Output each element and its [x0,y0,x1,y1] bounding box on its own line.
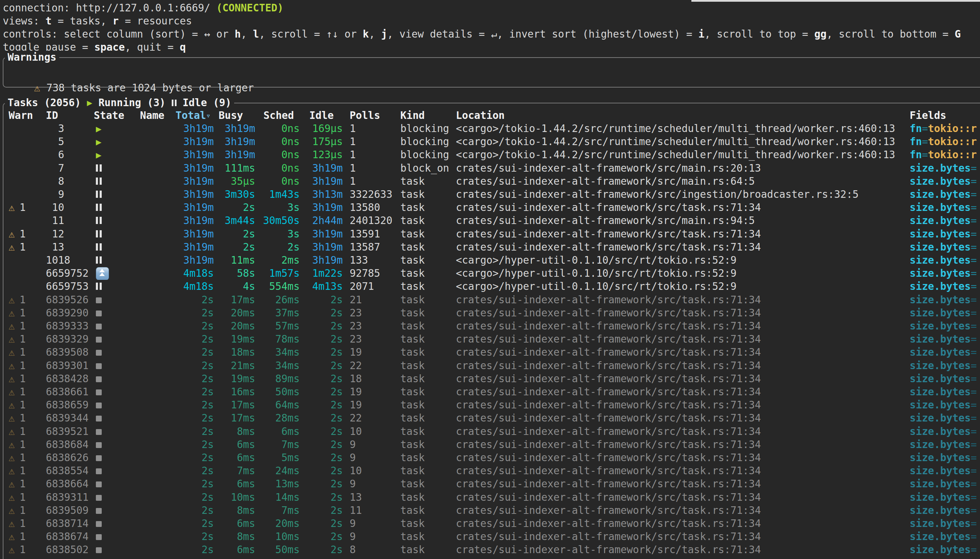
key-hint: h [235,28,241,40]
task-row[interactable]: ⚠168392902s20ms37ms2s23taskcrates/sui-in… [0,306,980,319]
task-row[interactable]: ⚠168386842s6ms7ms2s9taskcrates/sui-index… [0,438,980,451]
idle-duration: 3h19m [294,254,343,267]
task-row[interactable]: ⚠168393442s17ms28ms2s22taskcrates/sui-in… [0,412,980,425]
key-hint: l [253,28,259,40]
warn-cell: ⚠1 [8,241,46,254]
task-row[interactable]: ⚠168395082s18ms34ms2s19taskcrates/sui-in… [0,346,980,359]
task-row[interactable]: ⚠168385022s6ms50ms2s8taskcrates/sui-inde… [0,543,980,556]
task-row[interactable]: 5▶3h19m3h19m0ns175µs1blocking<cargo>/tok… [0,135,980,148]
busy-duration: 6ms [206,438,255,451]
column-header-kind[interactable]: Kind [401,109,425,122]
idle-duration: 123µs [294,148,343,161]
column-header-location[interactable]: Location [456,109,505,122]
task-row[interactable]: ⚠168395092s8ms7ms2s11taskcrates/sui-inde… [0,504,980,517]
sched-duration: 89ms [251,372,300,385]
state-cell [94,319,141,332]
task-kind: task [401,319,455,332]
state-cell [94,385,141,399]
state-cell [94,214,141,227]
column-header-sched[interactable]: Sched [263,109,294,122]
state-cell [94,425,141,438]
task-row[interactable]: 10183h19m11ms2ms3h19m133task<cargo>/hype… [0,254,980,267]
field-segment: = [971,491,977,503]
busy-duration: 3h19m [206,148,255,161]
state-cell [94,412,141,425]
column-header-idle[interactable]: Idle [309,109,334,122]
warn-cell: ⚠1 [8,399,46,412]
task-row[interactable]: ⚠1 133h19m2s2s3h19m13587taskcrates/sui-i… [0,241,980,254]
task-row[interactable]: ⚠168386742s8ms10ms2s9taskcrates/sui-inde… [0,530,980,543]
task-row[interactable]: ⚠168387142s6ms20ms2s9taskcrates/sui-inde… [0,517,980,530]
column-header-polls[interactable]: Polls [350,109,380,122]
task-kind: task [401,477,455,490]
task-row[interactable]: ⚠168393112s10ms14ms2s13taskcrates/sui-in… [0,491,980,504]
task-row[interactable]: ⚠1 103h19m2s3s3h19m13580taskcrates/sui-i… [0,201,980,214]
task-location: crates/sui-indexer-alt-framework/src/tas… [456,332,908,346]
task-row[interactable]: ⚠168386642s6ms13ms2s9taskcrates/sui-inde… [0,477,980,490]
completed-icon [96,350,102,356]
sched-duration: 20ms [251,517,300,530]
column-header-total[interactable]: Total▿ [175,109,211,122]
task-fields: size.bytes= [910,530,980,543]
warning-icon: ⚠ [8,386,15,398]
task-row[interactable]: ⚠168384282s19ms89ms2s18taskcrates/sui-in… [0,372,980,385]
task-row[interactable]: ⚠168386612s16ms50ms2s19taskcrates/sui-in… [0,385,980,399]
task-row[interactable]: 113h19m3m44s30m50s2h44m2401320taskcrates… [0,214,980,227]
task-location: crates/sui-indexer-alt-framework/src/tas… [456,491,908,504]
task-row[interactable]: ⚠168386262s6ms5ms2s9taskcrates/sui-index… [0,451,980,464]
task-row[interactable]: 3▶3h19m3h19m0ns169µs1blocking<cargo>/tok… [0,122,980,135]
field-segment: tokio::r [928,136,977,147]
task-fields: size.bytes= [910,399,980,412]
warning-icon: ⚠ [8,346,15,358]
task-fields: size.bytes= [910,464,980,477]
warn-cell: ⚠1 [8,543,46,556]
field-segment: size.bytes [910,518,971,529]
task-row[interactable]: ⚠168395262s17ms26ms2s21taskcrates/sui-in… [0,293,980,306]
task-row[interactable]: 93h19m3m30s1m43s3h13m3322633taskcrates/s… [0,188,980,201]
task-row[interactable]: 83h19m35µs0ns3h19m1taskcrates/sui-indexe… [0,175,980,188]
task-row[interactable]: ⚠168393292s19ms78ms2s23taskcrates/sui-in… [0,332,980,346]
task-row[interactable]: 66597524m18s58s1m57s1m22s92785task<cargo… [0,267,980,280]
polls-count: 10 [350,464,398,477]
completed-icon [96,442,102,448]
warn-count: 1 [20,412,26,424]
polls-count: 23 [350,306,398,319]
field-segment: = [971,544,977,556]
task-row[interactable]: 6▶3h19m3h19m0ns123µs1blocking<cargo>/tok… [0,148,980,161]
column-header-busy[interactable]: Busy [219,109,243,122]
sched-duration: 34ms [251,359,300,372]
idle-duration: 2s [294,306,343,319]
task-kind: task [401,530,455,543]
task-fields: size.bytes= [910,438,980,451]
column-header-name[interactable]: Name [140,109,164,122]
task-location: crates/sui-indexer-alt-framework/src/mai… [456,162,908,175]
task-row[interactable]: 73h19m111ms0ns3h19m1block_oncrates/sui-i… [0,162,980,175]
task-row[interactable]: ⚠1 123h19m2s3s3h19m13591taskcrates/sui-i… [0,227,980,241]
task-row[interactable]: ⚠168393012s21ms34ms2s22taskcrates/sui-in… [0,359,980,372]
column-header-warn[interactable]: Warn [8,109,33,122]
completed-icon [96,389,102,395]
up-arrow [99,269,105,272]
field-segment: = [971,162,977,174]
task-row[interactable]: ⚠168393332s20ms57ms2s23taskcrates/sui-in… [0,319,980,332]
polls-count: 13591 [350,227,398,241]
warn-cell: ⚠1 [8,477,46,490]
sched-duration: 78ms [251,332,300,346]
task-row[interactable]: 66597534m18s4s554ms4m13s2071task<cargo>/… [0,280,980,293]
idle-duration: 169µs [294,122,343,135]
task-row[interactable]: ⚠168385542s7ms24ms2s10taskcrates/sui-ind… [0,464,980,477]
column-header-state[interactable]: State [94,109,124,122]
task-location: crates/sui-indexer-alt-framework/src/tas… [456,359,908,372]
text-segment: , [369,28,381,40]
task-location: crates/sui-indexer-alt-framework/src/tas… [456,241,908,254]
column-header-id[interactable]: ID [46,109,58,122]
sched-duration: 50ms [251,385,300,399]
busy-duration: 6ms [206,451,255,464]
idle-duration: 2s [294,359,343,372]
task-location: <cargo>/tokio-1.44.2/src/runtime/schedul… [456,135,908,148]
task-row[interactable]: ⚠168386592s17ms64ms2s19taskcrates/sui-in… [0,399,980,412]
idle-duration: 3h19m [294,175,343,188]
warn-cell [8,175,46,188]
task-row[interactable]: ⚠168395212s8ms6ms2s10taskcrates/sui-inde… [0,425,980,438]
column-header-fields[interactable]: Fields [910,109,946,122]
